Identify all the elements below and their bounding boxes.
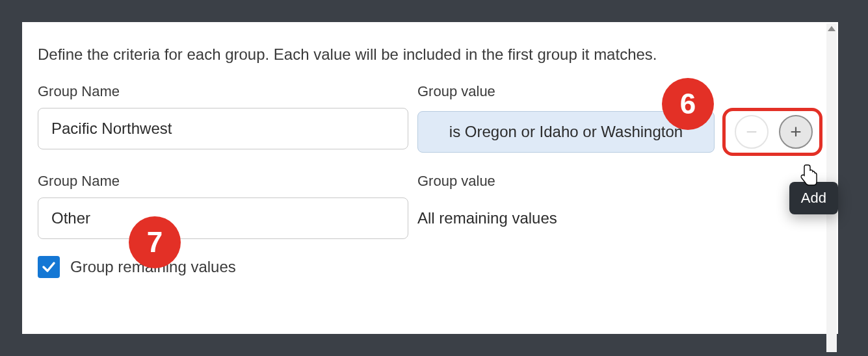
- group-name-label: Group Name: [38, 83, 408, 100]
- step-badge-7: 7: [129, 216, 181, 268]
- instructions-text: Define the criteria for each group. Each…: [38, 45, 822, 64]
- group-value-static: All remaining values: [417, 197, 822, 239]
- pointer-cursor-icon: [800, 164, 819, 188]
- check-icon: [41, 259, 57, 275]
- group-name-col: Group Name: [38, 83, 408, 149]
- add-group-button[interactable]: +: [779, 115, 813, 149]
- group-value-label: Group value: [417, 173, 822, 190]
- group-value-line: is Oregon or Idaho or Washington − +: [417, 108, 822, 156]
- remove-group-button: −: [735, 115, 769, 149]
- group-value-label: Group value: [417, 83, 822, 100]
- add-remove-highlight: − +: [722, 108, 822, 156]
- scroll-up-icon: [828, 26, 835, 31]
- group-name-label: Group Name: [38, 173, 408, 190]
- group-name-col: Group Name: [38, 173, 408, 239]
- group-value-col: Group value All remaining values: [417, 173, 822, 239]
- plus-icon: +: [790, 122, 802, 142]
- step-badge-6: 6: [662, 78, 714, 130]
- group-remaining-checkbox[interactable]: [38, 256, 60, 278]
- minus-icon: −: [746, 122, 757, 142]
- group-name-input[interactable]: [38, 197, 408, 239]
- group-name-input[interactable]: [38, 108, 408, 149]
- group-config-panel: Define the criteria for each group. Each…: [22, 22, 838, 334]
- group-value-col: Group value is Oregon or Idaho or Washin…: [417, 83, 822, 156]
